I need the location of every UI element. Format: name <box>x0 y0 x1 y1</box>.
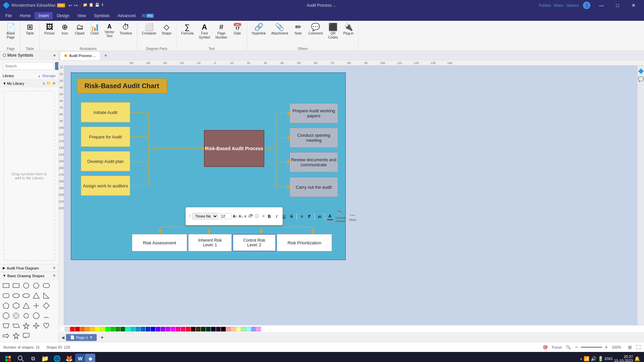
risk-assessment-box[interactable]: Risk Assessment <box>132 234 187 251</box>
center-process-box[interactable]: Risk-Based Audit Process <box>204 130 264 167</box>
shape-rect[interactable] <box>1 281 11 290</box>
shape-hexagon[interactable] <box>11 301 21 310</box>
color-lightcyan[interactable] <box>246 327 251 331</box>
canvas[interactable]: Risk-Based Audit Chart <box>64 66 644 325</box>
format-painter-btn[interactable]: FormatPainter <box>334 209 347 224</box>
color-pink3[interactable] <box>181 327 185 331</box>
share-btn[interactable]: Share <box>554 3 564 7</box>
inherent-risk-box[interactable]: Inherent Risk Level: 1 <box>188 234 232 251</box>
bullets-btn[interactable]: ≡ <box>299 213 305 220</box>
shrink-btn[interactable]: A↓ <box>238 213 243 220</box>
manage-btn[interactable]: Manage <box>42 74 56 78</box>
date-btn[interactable]: 📅 Date <box>231 22 244 37</box>
start-btn[interactable] <box>1 353 15 362</box>
shape-ellipse[interactable] <box>11 291 21 300</box>
shape-star5[interactable] <box>21 321 31 330</box>
color-pinkred[interactable] <box>186 327 191 331</box>
shape-star4[interactable] <box>32 321 41 330</box>
shape-gear[interactable] <box>21 311 31 320</box>
page-tab-dropdown[interactable]: ▼ <box>89 336 93 339</box>
redo-btn[interactable]: ↪ <box>74 3 78 8</box>
font-symbol-btn[interactable]: A FontSymbol <box>197 22 212 41</box>
add-page-btn[interactable]: + <box>98 334 106 341</box>
plug-in-btn[interactable]: 🔌 Plug-in <box>341 22 356 37</box>
color-lightpink[interactable] <box>256 327 261 331</box>
color-darkteal[interactable] <box>206 327 211 331</box>
color-lightgreen[interactable] <box>241 327 246 331</box>
carry-out-box[interactable]: Carry out the audit <box>289 177 338 197</box>
picture-btn[interactable]: 🖼 Picture <box>42 22 57 37</box>
prepare-for-audit-box[interactable]: Prepare for Audit <box>81 127 130 147</box>
shape-triangle[interactable] <box>32 291 41 300</box>
shape-rounded-rect[interactable] <box>42 281 51 290</box>
shape-btn[interactable]: ◇ Shape <box>160 22 173 37</box>
shape-ellipse2[interactable] <box>21 291 31 300</box>
color-teal3[interactable] <box>136 327 140 331</box>
bold-btn[interactable]: B <box>266 213 272 220</box>
focus-label[interactable]: Focus <box>552 345 562 349</box>
icon-btn[interactable]: ⊕ Icon <box>58 22 71 37</box>
shape-pentagon[interactable] <box>1 301 11 310</box>
audit-flow-diagram-header[interactable]: ▶ Audit Flow Diagram ✕ <box>0 264 58 272</box>
ai-menu-item[interactable]: AI <box>142 13 146 18</box>
container-btn[interactable]: ⬜ Container <box>140 22 158 37</box>
timeline-btn[interactable]: ⏱ Timeline <box>117 22 134 37</box>
color-lightblue[interactable] <box>251 327 256 331</box>
color-red2[interactable] <box>75 327 80 331</box>
table-btn[interactable]: ⊞ Table <box>23 22 37 37</box>
color-pink2[interactable] <box>176 327 180 331</box>
assign-work-box[interactable]: Assign work to auditors <box>81 176 130 196</box>
undo-btn[interactable]: ↩ <box>68 3 72 8</box>
prepare-papers-box[interactable]: Prepare Audit working papers <box>289 103 338 123</box>
attachment-btn[interactable]: 📎 Attachment <box>269 22 290 37</box>
more-btn[interactable]: ⋯ More <box>348 211 358 222</box>
fit-screen-btn[interactable]: ⊞ <box>628 345 632 350</box>
search-taskbar-btn[interactable] <box>15 353 27 362</box>
color-green2[interactable] <box>110 327 115 331</box>
shape-arc[interactable] <box>42 311 51 320</box>
menu-advanced[interactable]: Advanced <box>114 12 140 19</box>
menu-home[interactable]: Home <box>16 12 35 19</box>
publish-btn[interactable]: Publish <box>539 3 551 7</box>
my-library-add-btn[interactable]: + <box>43 81 45 86</box>
color-yellow1[interactable] <box>90 327 95 331</box>
search-input[interactable] <box>3 62 54 70</box>
note-btn[interactable]: ✏ Note <box>291 22 305 37</box>
shape-trapezoid[interactable] <box>1 321 11 330</box>
page-number-btn[interactable]: # PageNumber <box>213 22 229 41</box>
subscript-btn[interactable]: ab <box>317 213 323 220</box>
color-orange1[interactable] <box>80 327 85 331</box>
shape-heart[interactable] <box>42 321 51 330</box>
color-green4[interactable] <box>120 327 125 331</box>
minimize-btn[interactable]: — <box>594 0 609 11</box>
color-blue3[interactable] <box>151 327 155 331</box>
audit-section-close-icon[interactable]: ✕ <box>53 266 56 270</box>
edge-btn[interactable]: 🌐 <box>51 353 63 362</box>
word-btn[interactable]: W <box>75 354 85 362</box>
conduct-meeting-box[interactable]: Conduct opening meeting <box>289 128 338 148</box>
grow-btn[interactable]: A↑ <box>233 213 237 220</box>
color-blue2[interactable] <box>146 327 150 331</box>
review-docs-box[interactable]: Review documents and communicate <box>289 152 338 172</box>
shape-right-triangle[interactable] <box>42 291 51 300</box>
risk-prioritization-box[interactable]: Risk Prioritization <box>277 234 332 251</box>
color-black[interactable] <box>221 327 226 331</box>
color-white[interactable] <box>60 327 65 331</box>
font-select[interactable]: Times Ne <box>192 213 218 220</box>
color-lightgray[interactable] <box>65 327 70 331</box>
shape-circle2[interactable] <box>32 281 41 290</box>
menu-view[interactable]: View <box>73 12 90 19</box>
shape-ring[interactable] <box>32 311 41 320</box>
shape-arrow[interactable] <box>1 331 11 341</box>
color-darkyellow[interactable] <box>196 327 201 331</box>
underline-btn[interactable]: U <box>281 213 287 220</box>
align-btn[interactable]: ≡ <box>244 213 246 220</box>
right-icon1[interactable]: 🔷 <box>638 68 644 74</box>
color-yellow2[interactable] <box>95 327 100 331</box>
color-red1[interactable] <box>70 327 75 331</box>
toolbar-close-btn[interactable]: ✕ <box>262 213 265 220</box>
menu-insert[interactable]: Insert <box>35 12 53 19</box>
shape-rect-outline[interactable] <box>11 281 21 290</box>
chart-canvas[interactable]: Risk-Based Audit Chart <box>71 72 346 260</box>
color-purple3[interactable] <box>166 327 170 331</box>
